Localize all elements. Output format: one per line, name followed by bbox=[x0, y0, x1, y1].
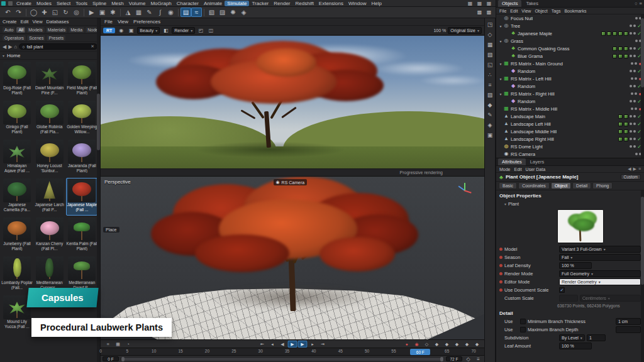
render-view-icon[interactable]: ▶ bbox=[86, 8, 97, 17]
redo-icon[interactable]: ↷ bbox=[13, 8, 24, 17]
objects-scrollbar[interactable] bbox=[641, 14, 644, 158]
go-to-end-button[interactable]: ⇥ bbox=[318, 341, 328, 348]
visibility-dot-editor[interactable] bbox=[630, 55, 632, 57]
visibility-dot-editor[interactable] bbox=[630, 25, 632, 27]
visibility-dot-editor[interactable] bbox=[630, 123, 632, 125]
ab-tab-scenes[interactable]: Scenes bbox=[27, 35, 45, 41]
record-parameter-button[interactable]: ◆ bbox=[462, 341, 472, 348]
visibility-dot-editor[interactable] bbox=[630, 32, 632, 35]
visibility-dot-editor[interactable] bbox=[630, 130, 632, 133]
scroll-thumb[interactable] bbox=[641, 18, 644, 87]
object-landscape-main[interactable]: ▲Landscape Main✓ bbox=[496, 112, 644, 120]
texture-tag[interactable] bbox=[624, 54, 628, 58]
value-field[interactable]: 1 bbox=[587, 334, 606, 341]
visibility-dot-editor[interactable] bbox=[631, 62, 633, 65]
value-field[interactable]: 1 cm bbox=[616, 318, 641, 325]
object-rs-dome-light[interactable]: ◍RS Dome Light✓ bbox=[496, 143, 644, 150]
texture-tag[interactable] bbox=[624, 31, 628, 36]
rv-menu-preferences[interactable]: Preferences bbox=[133, 19, 160, 25]
texture-tag[interactable] bbox=[624, 122, 628, 126]
object-focus-null[interactable]: ◎Focus Null bbox=[496, 14, 644, 22]
rs-camera-icon[interactable]: ◈ bbox=[238, 8, 249, 17]
tab-layers[interactable]: Layers bbox=[526, 158, 548, 165]
go-to-start-button[interactable]: ⇤ bbox=[258, 341, 267, 348]
range-handle-right[interactable] bbox=[440, 357, 443, 361]
texture-tag[interactable] bbox=[613, 47, 617, 51]
menu-mograph[interactable]: MoGraph bbox=[148, 1, 174, 6]
options-icon[interactable]: ≡ bbox=[474, 356, 482, 362]
menu-extensions[interactable]: Extensions bbox=[316, 1, 346, 6]
snapshot-icon[interactable]: ◉ bbox=[117, 27, 125, 34]
object-japanese-maple[interactable]: ♣Japanese Maple✓ bbox=[496, 30, 644, 37]
visibility-dot-editor[interactable] bbox=[631, 92, 633, 95]
visibility-dot-render[interactable] bbox=[633, 70, 636, 72]
plant-preview-thumbnail[interactable] bbox=[557, 209, 604, 243]
plant-item-japanese-camellia-fa[interactable]: Japanese Camellia (Fa... bbox=[1, 178, 33, 216]
rt-button[interactable]: RT bbox=[103, 28, 115, 33]
visibility-dot-render[interactable] bbox=[633, 47, 636, 50]
section-tab-coordinates[interactable]: Coordinates bbox=[518, 182, 550, 189]
expander-icon[interactable]: ▾ bbox=[498, 92, 503, 96]
dropdown-centimeters[interactable]: Centimeters▾ bbox=[580, 295, 641, 302]
tab-attributes[interactable]: Attributes bbox=[498, 158, 526, 165]
expander-icon[interactable]: ▾ bbox=[498, 62, 503, 66]
menu-window[interactable]: Window bbox=[346, 1, 369, 6]
volume-builder-icon[interactable]: ▧ bbox=[206, 8, 217, 17]
attr-menu-user-data[interactable]: User Data bbox=[526, 167, 546, 172]
move-icon[interactable]: ✚ bbox=[39, 8, 50, 17]
render-dropdown[interactable]: Render▾ bbox=[172, 27, 195, 34]
texture-tag[interactable] bbox=[613, 31, 617, 36]
attr-menu-mode[interactable]: Mode bbox=[499, 167, 511, 172]
texture-tag[interactable] bbox=[607, 31, 611, 36]
checkbox[interactable] bbox=[520, 327, 526, 332]
visibility-dot-render[interactable] bbox=[633, 85, 636, 87]
timeline-menu-icon[interactable]: ≡ bbox=[103, 341, 113, 348]
keyframe-dot[interactable] bbox=[499, 248, 502, 251]
interface-icon[interactable]: ▩ bbox=[475, 9, 484, 16]
key-icon[interactable]: ◇ bbox=[464, 356, 472, 362]
enable-snap-icon[interactable]: ◆ bbox=[486, 101, 495, 109]
start-frame-field[interactable]: 0 F bbox=[103, 356, 119, 361]
app-logo-icon[interactable] bbox=[1, 1, 6, 6]
visibility-dot-render[interactable] bbox=[633, 25, 636, 27]
window-icon[interactable] bbox=[8, 1, 13, 6]
visibility-dot-render[interactable] bbox=[633, 100, 636, 102]
filter-icon[interactable]: ≡ bbox=[640, 1, 642, 6]
menu-modes[interactable]: Modes bbox=[34, 1, 54, 6]
mirror-tool-icon[interactable]: ▣ bbox=[486, 131, 495, 140]
custom-button[interactable]: Custom bbox=[621, 174, 641, 180]
dropdown-full-geometry[interactable]: Full Geometry▾ bbox=[559, 270, 641, 277]
menu-animate[interactable]: Animate bbox=[201, 1, 225, 6]
go-to-previous-frame-button[interactable]: ◀ bbox=[278, 341, 287, 348]
region-icon[interactable]: ◰ bbox=[197, 27, 205, 34]
ab-tab-media[interactable]: Media bbox=[69, 27, 84, 33]
visibility-dot-editor[interactable] bbox=[631, 77, 633, 80]
object-random[interactable]: ◆Random✓ bbox=[496, 67, 644, 75]
plant-item-dwarf-mountain-pine-f[interactable]: Dwarf Mountain Pine (F... bbox=[34, 61, 65, 99]
texture-mode-icon[interactable]: ▧ bbox=[486, 50, 495, 59]
chevron-down-icon[interactable]: ▾ bbox=[3, 53, 4, 58]
plant-item-jacaranda-fall-plant[interactable]: Jacaranda (Fall Plant) bbox=[66, 139, 97, 177]
visibility-dot-render[interactable] bbox=[635, 92, 637, 95]
axis-gizmo[interactable] bbox=[457, 183, 473, 197]
workplane-mode-icon[interactable]: ◱ bbox=[486, 60, 495, 69]
preview-range-track[interactable] bbox=[121, 357, 444, 361]
ab-menu-edit[interactable]: Edit bbox=[21, 19, 29, 25]
dropdown-by-level[interactable]: By Level▾ bbox=[559, 334, 585, 341]
pen-tool-icon[interactable]: ✎ bbox=[486, 111, 495, 119]
visibility-dot-render[interactable] bbox=[635, 77, 637, 80]
obj-menu-tags[interactable]: Tags bbox=[552, 9, 561, 13]
obj-menu-bookmarks[interactable]: Bookmarks bbox=[564, 9, 586, 13]
menu-character[interactable]: Character bbox=[174, 1, 201, 6]
record-keyframe-button[interactable]: ● bbox=[402, 341, 411, 348]
camera-label-chip[interactable]: ◉ RS Camera bbox=[274, 179, 308, 185]
value-field[interactable]: 100 % bbox=[559, 262, 592, 269]
home-icon[interactable]: ⌂ bbox=[14, 44, 17, 50]
expander-icon[interactable]: ▾ bbox=[498, 39, 503, 43]
back-icon[interactable]: ◀ bbox=[3, 44, 6, 50]
ab-tab-all[interactable]: All bbox=[16, 27, 25, 33]
expander-icon[interactable]: ▾ bbox=[498, 77, 503, 81]
object-rs-camera[interactable]: ◉RS Camera bbox=[496, 150, 644, 158]
last-tool-icon[interactable]: ◎ bbox=[71, 8, 82, 17]
keyframe-dot[interactable] bbox=[499, 288, 502, 292]
